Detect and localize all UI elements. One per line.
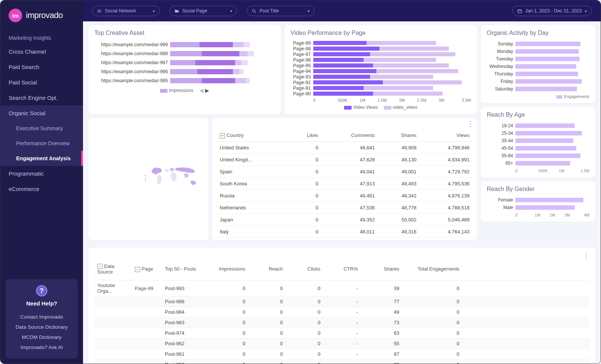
filter-network[interactable]: Social Network▾ <box>92 6 160 16</box>
bar-track <box>515 42 589 46</box>
col-header[interactable]: Reach <box>248 264 286 274</box>
expand-icon[interactable]: + <box>220 133 225 138</box>
help-link[interactable]: Contact Improvado <box>9 312 74 322</box>
table-row[interactable]: Netherlands047,53648,7784,788,518 <box>216 202 473 214</box>
bar-label: Sunday <box>487 41 513 47</box>
bar-segment <box>379 47 449 51</box>
card-title: Organic Activity by Day <box>487 30 589 36</box>
bar-segment <box>515 153 580 158</box>
bar-track <box>313 86 471 90</box>
table-cell: 47,628 <box>322 153 378 165</box>
next-page-icon[interactable]: ▶ <box>205 87 209 93</box>
bar-segment <box>370 75 433 79</box>
table-row[interactable]: Spain049,04149,0014,729,792 <box>216 165 473 177</box>
col-header[interactable]: Comments <box>322 129 378 141</box>
bar-segment <box>515 42 580 46</box>
table-row[interactable]: Japan049,35250,0025,046,489 <box>216 214 473 226</box>
collapse-icon[interactable]: − <box>135 267 140 272</box>
col-header[interactable]: Impressions <box>207 264 248 274</box>
collapse-icon[interactable]: − <box>97 264 103 269</box>
axis-tick: 3M <box>432 98 452 102</box>
prev-page-icon[interactable]: ◀ <box>199 87 204 93</box>
table-row[interactable]: South Korea047,91349,4934,795,536 <box>216 177 473 190</box>
col-header[interactable]: Total Engagements <box>402 264 462 274</box>
table-row[interactable]: Post-984 0 0 0 - 49 0 <box>94 307 589 317</box>
bar-segment <box>515 205 575 210</box>
card-reach-age: Reach By Age 18-24 25-34 35-44 45-54 55-… <box>481 107 595 177</box>
topbar: Social Network▾ Social Page▾ Post Title▾… <box>83 0 601 21</box>
axis-tick: 0 <box>515 168 534 173</box>
card-map: ⋮ <box>88 118 208 240</box>
col-header[interactable]: +Country <box>216 129 288 141</box>
filter-page[interactable]: Social Page▾ <box>169 6 237 16</box>
bar-track <box>313 92 471 96</box>
col-header[interactable]: CTR% <box>323 264 361 274</box>
nav-item[interactable]: Organic Social <box>0 105 83 121</box>
col-header[interactable]: Views <box>420 129 473 141</box>
nav-subitem[interactable]: Performance Overview <box>0 136 83 151</box>
help-link[interactable]: MCDM Dictionary <box>9 332 74 342</box>
world-map[interactable] <box>148 138 202 220</box>
table-cell: 0 <box>288 202 322 214</box>
table-row[interactable]: Italy048,01149,3164,764,143 <box>216 226 473 238</box>
bar-segment <box>515 123 575 128</box>
card-video-perf: Video Performance by Page Page-99 Page-9… <box>285 25 477 114</box>
col-header[interactable]: Shares <box>361 264 402 274</box>
col-header[interactable]: Clicks <box>286 264 323 274</box>
table-row[interactable]: Youtube Orga... Page-99 Post-993 0 0 0 -… <box>94 280 589 296</box>
filter-date-range[interactable]: Jan 1, 2023 - Dec 31, 2023▾ <box>512 6 592 16</box>
table-cell: Spain <box>216 165 288 177</box>
nav-item[interactable]: Programmatic <box>0 166 83 181</box>
bar-track <box>515 72 589 76</box>
col-header[interactable]: Top 50 - Posts <box>162 264 207 274</box>
nav-item[interactable]: Search Engine Opt. <box>0 90 83 105</box>
help-box: ? Need Help? Contact ImprovadoData Sourc… <box>6 279 78 358</box>
table-row[interactable]: United Kingd...047,62849,1304,934,991 <box>216 153 473 165</box>
cell: 0 <box>286 359 323 364</box>
cell: 0 <box>207 338 248 349</box>
table-row[interactable]: Post-959 0 0 0 - 63 0 <box>94 359 589 364</box>
legend-label: Impressions <box>169 88 193 93</box>
bar-label: https://example.com/media/-997 <box>94 60 168 65</box>
bar-segment <box>515 49 579 54</box>
nav-subitem[interactable]: Executive Summary <box>0 121 83 136</box>
nav-item[interactable]: Paid Social <box>0 75 83 90</box>
cell <box>132 362 162 364</box>
axis-tick: 3M <box>560 213 574 217</box>
nav-item[interactable]: eCommerce <box>0 181 83 197</box>
bar-segment <box>313 86 364 90</box>
bar-track <box>515 198 589 202</box>
table-row[interactable]: United States048,64149,9094,796,946 <box>216 141 473 153</box>
table-cell: 4,876,139 <box>420 190 473 202</box>
table-cell: 0 <box>288 190 322 202</box>
help-icon[interactable]: ? <box>36 285 47 296</box>
cell: 0 <box>402 359 462 364</box>
bar-segment <box>313 80 383 84</box>
table-row[interactable]: Russia048,46148,3424,876,139 <box>216 190 473 202</box>
table-row[interactable]: Post-983 0 0 0 - 73 0 <box>94 317 589 328</box>
table-row[interactable]: Post-988 0 0 0 - 77 0 <box>94 296 589 307</box>
bar-label: Page-93 <box>291 74 311 80</box>
table-cell: 4,796,946 <box>420 141 473 153</box>
bar-segment <box>376 69 459 73</box>
nav-item[interactable]: Cross Channel <box>0 44 83 59</box>
help-link[interactable]: Improvado? Ask AI <box>9 342 74 352</box>
table-cell: 48,461 <box>322 190 378 202</box>
more-icon[interactable]: ⋮ <box>583 252 589 259</box>
more-icon[interactable]: ⋮ <box>142 174 148 181</box>
col-header[interactable]: Shares <box>379 129 420 141</box>
table-row[interactable]: Post-974 0 0 0 - 63 0 <box>94 328 589 338</box>
col-header[interactable]: Likes <box>288 129 322 141</box>
nav-heading: Marketing Insights <box>0 32 83 44</box>
svg-rect-1 <box>518 9 522 13</box>
table-row[interactable]: Post-962 0 0 0 - 55 0 <box>94 338 589 349</box>
nav-subitem[interactable]: Engagement Analysis <box>0 151 83 166</box>
bar-label: Saturday <box>487 86 513 92</box>
nav-item[interactable]: Paid Search <box>0 59 83 75</box>
app-root: im improvado Marketing Insights Cross Ch… <box>0 0 601 364</box>
filter-post[interactable]: Post Title▾ <box>247 6 314 16</box>
help-link[interactable]: Data Source Dictionary <box>9 322 74 332</box>
cell <box>132 331 162 335</box>
table-row[interactable]: Post-961 0 0 0 - 87 0 <box>94 349 589 359</box>
more-icon[interactable]: ⋮ <box>467 120 473 127</box>
